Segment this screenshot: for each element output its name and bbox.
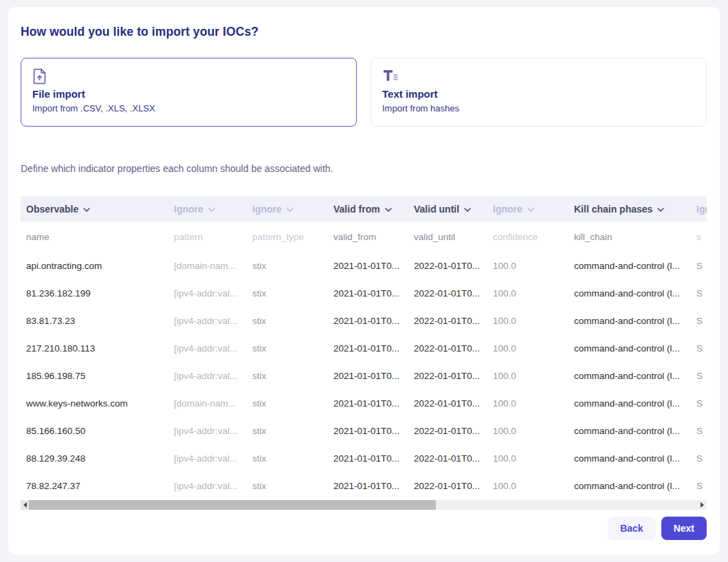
table-cell: 2021-01-01T0... [333, 398, 414, 409]
page-title: How would you like to import your IOCs? [21, 25, 707, 39]
table-cell: S [696, 343, 707, 354]
table-cell: [ipv4-addr:val... [174, 481, 252, 491]
next-button[interactable]: Next [661, 517, 707, 540]
column-header-select[interactable]: Kill chain phases [574, 204, 696, 215]
table-cell: 2021-01-01T0... [333, 343, 414, 354]
table-cell: 100.0 [493, 316, 574, 326]
table-cell: command-and-control (l... [574, 288, 696, 299]
table-cell: 185.96.198.75 [26, 371, 174, 381]
column-header-select[interactable]: Ignore [493, 204, 574, 215]
table-cell: stix [252, 288, 333, 299]
table-cell: [domain-nam... [174, 398, 252, 409]
table-cell: S [696, 261, 707, 271]
table-cell: 2022-01-01T0... [414, 316, 493, 326]
import-option-file[interactable]: File import Import from .CSV, .XLS, .XLS… [21, 58, 357, 127]
column-header-label: Valid until [414, 204, 459, 215]
table-cell: S [696, 371, 707, 381]
table-cell: command-and-control (l... [574, 261, 696, 271]
table-row: api.ontracting.com[domain-nam...stix2021… [21, 252, 707, 279]
table-cell: 100.0 [493, 288, 574, 299]
table-cell: stix [252, 453, 333, 464]
chevron-down-icon [464, 208, 471, 212]
table-cell: stix [252, 398, 333, 409]
table-cell: stix [252, 261, 333, 271]
table-cell: stix [252, 343, 333, 354]
table-cell: stix [252, 426, 333, 436]
table-cell: 2022-01-01T0... [414, 288, 493, 299]
column-header-select[interactable]: Ignore [252, 204, 333, 215]
horizontal-scrollbar[interactable] [21, 500, 707, 510]
import-wizard-card: How would you like to import your IOCs? … [8, 7, 720, 554]
option-subtitle: Import from hashes [382, 103, 695, 114]
table-cell: [ipv4-addr:val... [174, 426, 252, 436]
source-column-name: pattern_type [252, 232, 333, 242]
table-cell: 78.82.247.37 [26, 481, 174, 491]
column-header-label: Observable [26, 204, 78, 215]
back-button[interactable]: Back [608, 517, 655, 540]
column-header-label: Ignore [174, 204, 203, 215]
table-cell: 2022-01-01T0... [414, 343, 493, 354]
text-lines-icon [382, 68, 695, 85]
table-body: api.ontracting.com[domain-nam...stix2021… [21, 252, 707, 499]
chevron-down-icon [657, 208, 664, 212]
table-cell: 2021-01-01T0... [333, 426, 414, 436]
chevron-down-icon [385, 208, 392, 212]
table-cell: 2022-01-01T0... [414, 261, 493, 271]
column-header-label: Kill chain phases [574, 204, 652, 215]
scroll-left-button[interactable] [21, 500, 29, 510]
option-title: File import [32, 88, 345, 100]
column-header-label: Ignore [696, 204, 707, 215]
source-column-name: valid_until [414, 232, 493, 242]
triangle-right-icon [701, 502, 704, 508]
table-header-row: ObservableIgnoreIgnoreValid fromValid un… [21, 196, 707, 221]
column-header-select[interactable]: Valid from [333, 204, 414, 215]
source-column-name: s [696, 232, 707, 242]
table-cell: 100.0 [493, 261, 574, 271]
table-cell: [domain-nam... [174, 261, 252, 271]
table-cell: 100.0 [493, 453, 574, 464]
table-cell: stix [252, 316, 333, 326]
table-cell: 100.0 [493, 371, 574, 381]
table-cell: command-and-control (l... [574, 481, 696, 491]
table-cell: 2021-01-01T0... [333, 316, 414, 326]
table-cell: 2022-01-01T0... [414, 481, 493, 491]
chevron-down-icon [287, 208, 294, 212]
table-cell: 2021-01-01T0... [333, 481, 414, 491]
table-row: www.keys-networks.com[domain-nam...stix2… [21, 389, 707, 417]
source-column-name: name [26, 232, 174, 242]
source-column-name: pattern [174, 232, 252, 242]
table-row: 78.82.247.37[ipv4-addr:val...stix2021-01… [21, 472, 707, 499]
table-cell: 83.81.73.23 [26, 316, 174, 326]
table-cell: 217.210.180.113 [26, 343, 174, 354]
table-row: 217.210.180.113[ipv4-addr:val...stix2021… [21, 334, 707, 362]
table-cell: S [696, 481, 707, 491]
column-header-select[interactable]: Ignore [696, 204, 707, 215]
table-cell: [ipv4-addr:val... [174, 316, 252, 326]
scroll-right-button[interactable] [697, 500, 707, 510]
option-subtitle: Import from .CSV, .XLS, .XLSX [32, 103, 345, 114]
table-cell: command-and-control (l... [574, 316, 696, 326]
table-cell: S [696, 288, 707, 299]
table-cell: 88.129.39.248 [26, 453, 174, 464]
table-cell: S [696, 453, 707, 464]
chevron-down-icon [83, 208, 90, 212]
table-row: 81.236.182.199[ipv4-addr:val...stix2021-… [21, 279, 707, 307]
table-cell: 2022-01-01T0... [414, 453, 493, 464]
chevron-down-icon [208, 208, 215, 212]
table-cell: 85.166.160.50 [26, 426, 174, 436]
import-option-text[interactable]: Text import Import from hashes [371, 58, 707, 127]
column-header-select[interactable]: Ignore [174, 204, 252, 215]
source-column-name: confidence [493, 232, 574, 242]
table-cell: command-and-control (l... [574, 371, 696, 381]
option-title: Text import [382, 88, 695, 100]
table-row: 88.129.39.248[ipv4-addr:val...stix2021-0… [21, 444, 707, 472]
table-cell: 2022-01-01T0... [414, 426, 493, 436]
table-cell: stix [252, 371, 333, 381]
table-cell: command-and-control (l... [574, 426, 696, 436]
column-header-select[interactable]: Valid until [414, 204, 493, 215]
column-header-label: Valid from [333, 204, 380, 215]
column-header-select[interactable]: Observable [26, 204, 174, 215]
scrollbar-thumb[interactable] [29, 500, 436, 510]
file-upload-icon [32, 68, 345, 85]
import-options-row: File import Import from .CSV, .XLS, .XLS… [21, 58, 707, 127]
